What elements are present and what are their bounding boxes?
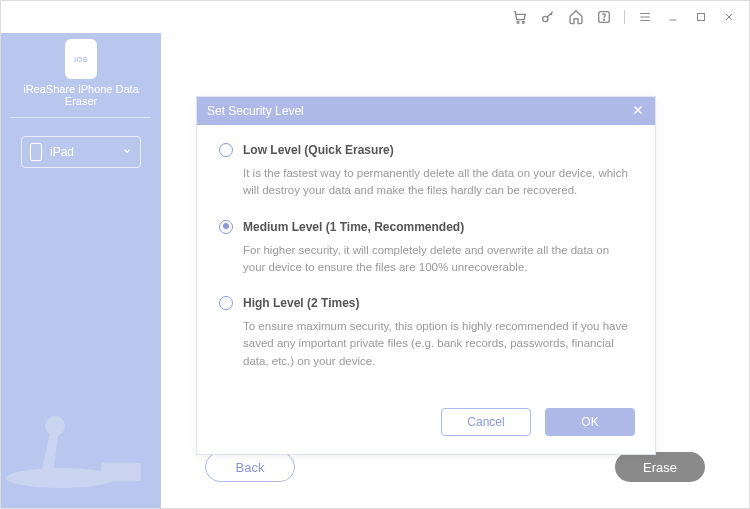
logo-icon: iOS: [65, 39, 97, 79]
option-title: Medium Level (1 Time, Recommended): [243, 220, 464, 234]
option-desc: It is the fastest way to permanently del…: [243, 165, 633, 200]
svg-point-0: [517, 21, 519, 23]
sidebar: iOS iReaShare iPhone Data Eraser iPad: [1, 33, 161, 508]
svg-point-6: [6, 468, 116, 488]
cart-icon[interactable]: [512, 9, 528, 25]
device-icon: [30, 143, 42, 161]
radio-icon: [219, 220, 233, 234]
logo: iOS iReaShare iPhone Data Eraser: [11, 33, 151, 118]
svg-rect-5: [698, 14, 705, 21]
option-medium: Medium Level (1 Time, Recommended) For h…: [219, 220, 633, 277]
key-icon[interactable]: [540, 9, 556, 25]
maximize-icon[interactable]: [693, 9, 709, 25]
security-level-dialog: Set Security Level Low Level (Quick Eras…: [196, 96, 656, 455]
svg-point-2: [543, 16, 548, 21]
svg-point-7: [45, 416, 65, 436]
dialog-body: Low Level (Quick Erasure) It is the fast…: [197, 125, 655, 398]
dialog-close-icon[interactable]: [631, 103, 645, 120]
svg-rect-8: [101, 463, 141, 481]
menu-icon[interactable]: [637, 9, 653, 25]
dialog-header: Set Security Level: [197, 97, 655, 125]
separator: [624, 10, 625, 24]
option-title: High Level (2 Times): [243, 296, 359, 310]
dialog-footer: Cancel OK: [197, 398, 655, 454]
device-label: iPad: [50, 145, 74, 159]
erase-button[interactable]: Erase: [615, 452, 705, 482]
svg-point-4: [603, 19, 604, 20]
title-bar: [1, 1, 749, 33]
radio-medium[interactable]: Medium Level (1 Time, Recommended): [219, 220, 633, 234]
cancel-button[interactable]: Cancel: [441, 408, 531, 436]
sidebar-decoration: [1, 388, 161, 508]
product-name: iReaShare iPhone Data Eraser: [11, 83, 151, 107]
ok-button[interactable]: OK: [545, 408, 635, 436]
minimize-icon[interactable]: [665, 9, 681, 25]
close-icon[interactable]: [721, 9, 737, 25]
home-icon[interactable]: [568, 9, 584, 25]
back-button[interactable]: Back: [205, 452, 295, 482]
radio-icon: [219, 143, 233, 157]
radio-low[interactable]: Low Level (Quick Erasure): [219, 143, 633, 157]
option-title: Low Level (Quick Erasure): [243, 143, 394, 157]
option-desc: For higher security, it will completely …: [243, 242, 633, 277]
dialog-title: Set Security Level: [207, 104, 304, 118]
radio-icon: [219, 296, 233, 310]
radio-high[interactable]: High Level (2 Times): [219, 296, 633, 310]
help-icon[interactable]: [596, 9, 612, 25]
footer-buttons: Back Erase: [201, 452, 709, 488]
svg-point-1: [522, 21, 524, 23]
chevron-down-icon: [122, 145, 132, 159]
option-low: Low Level (Quick Erasure) It is the fast…: [219, 143, 633, 200]
option-high: High Level (2 Times) To ensure maximum s…: [219, 296, 633, 370]
option-desc: To ensure maximum security, this option …: [243, 318, 633, 370]
device-selector[interactable]: iPad: [21, 136, 141, 168]
